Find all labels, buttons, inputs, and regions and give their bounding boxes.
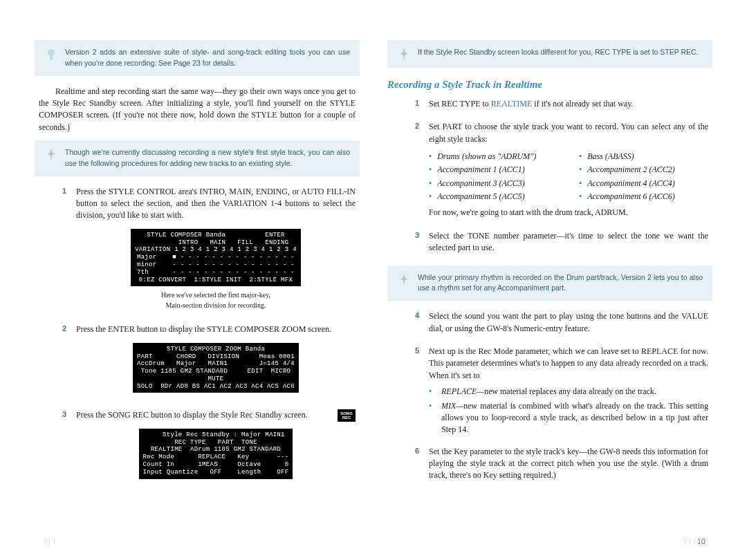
step-number: 6	[391, 446, 419, 486]
step-text: Press the STYLE CONTROL area's INTRO, MA…	[76, 186, 356, 222]
bullet-icon: •	[429, 386, 436, 398]
bullet-icon: •	[429, 191, 432, 203]
tip-box-rectype: If the Style Rec Standby screen looks di…	[387, 40, 712, 68]
tip-text: Though we're currently discussing record…	[65, 147, 350, 169]
page: Version 2 adds an extensive suite of sty…	[0, 0, 747, 510]
bullet-icon: •	[579, 178, 582, 189]
step-text: Press the ENTER button to display the ST…	[76, 324, 356, 335]
bullet-icon: •	[579, 191, 582, 203]
right-steps-cont: 4 Select the sound you want the part to …	[387, 310, 712, 486]
mix-label: MIX—	[441, 401, 463, 411]
step-1: 1 Press the STYLE CONTROL area's INTRO, …	[39, 186, 356, 317]
svg-rect-1	[50, 56, 53, 59]
r-step-2: 2 Set PART to choose the style track you…	[391, 121, 708, 223]
page-footer: 10	[0, 536, 747, 548]
pin-icon	[397, 272, 411, 286]
lcd-caption-line2: Main-section division for recording.	[76, 301, 356, 310]
bullet-icon: •	[429, 400, 436, 436]
step-number: 2	[39, 324, 66, 402]
step-number: 5	[391, 346, 419, 439]
r-step-1: 1 Set REC TYPE to REALTIME if it's not a…	[391, 98, 708, 114]
step-number: 2	[391, 121, 419, 223]
tip-box-existing-style: Though we're currently discussing record…	[35, 140, 360, 176]
intro-paragraph: Realtime and step recording start the sa…	[35, 86, 360, 134]
rec-mode-options: •REPLACE—new material replaces any data …	[429, 386, 708, 436]
bullet-icon: •	[429, 178, 432, 189]
right-steps: 1 Set REC TYPE to REALTIME if it's not a…	[387, 98, 712, 259]
pin-icon	[44, 147, 58, 161]
step-number: 4	[391, 310, 419, 339]
r-step-6: 6 Set the Key parameter to the style tra…	[391, 446, 708, 486]
step-2: 2 Press the ENTER button to display the …	[39, 324, 356, 402]
bullet-icon: •	[429, 151, 432, 162]
step-text: Press the SONG REC button to display the…	[76, 409, 356, 421]
step-number: 3	[391, 230, 419, 259]
step-text: Set REC TYPE to REALTIME if it's not alr…	[429, 98, 708, 110]
replace-label: REPLACE—	[441, 386, 484, 396]
page-number: 10	[682, 536, 706, 548]
lightbulb-icon	[44, 47, 58, 62]
step-text: For now, we're going to start with the d…	[429, 207, 708, 218]
r-step-4: 4 Select the sound you want the part to …	[391, 310, 708, 339]
track-options: •Drums (shown as "ADRUM") •Accompaniment…	[429, 149, 708, 205]
svg-point-0	[48, 49, 55, 56]
tip-box-version2: Version 2 adds an extensive suite of sty…	[35, 40, 360, 76]
step-text: Set the Key parameter to the style track…	[429, 446, 708, 482]
step-text: Next up is the Rec Mode parameter, which…	[429, 346, 708, 382]
lcd-style-rec-standby: Style Rec Standby : Major MAIN1 REC TYPE…	[139, 429, 293, 479]
step-text: Set PART to choose the style track you w…	[429, 121, 708, 145]
tip-text: While your primary rhythm is recorded on…	[418, 272, 703, 295]
step-text: Select the sound you want the part to pl…	[429, 310, 708, 335]
lcd-style-composer: STYLE COMPOSER Banda ENTER INTRO MAIN FI…	[131, 229, 301, 287]
bullet-icon: •	[579, 164, 582, 176]
bullet-icon: •	[579, 151, 582, 162]
lcd-caption-line1: Here we've selected the first major-key,	[76, 290, 356, 299]
left-column: Version 2 adds an extensive suite of sty…	[35, 35, 360, 496]
realtime-link[interactable]: REALTIME	[491, 99, 533, 109]
song-rec-button-icon: SONG REC	[338, 409, 356, 422]
r-step-3: 3 Select the TONE number parameter—it's …	[391, 230, 708, 259]
step-text: Select the TONE number parameter—it's ti…	[429, 230, 708, 254]
right-column: If the Style Rec Standby screen looks di…	[387, 35, 712, 496]
tip-text: If the Style Rec Standby screen looks di…	[418, 47, 699, 58]
step-3: 3 SONG REC Press the SONG REC button to …	[39, 409, 356, 488]
step-number: 1	[39, 186, 66, 317]
pin-icon	[397, 47, 411, 61]
left-steps: 1 Press the STYLE CONTROL area's INTRO, …	[35, 186, 360, 489]
bullet-icon: •	[429, 164, 432, 176]
section-heading: Recording a Style Track in Realtime	[387, 77, 712, 93]
lcd-style-composer-zoom: STYLE COMPOSER ZOOM Banda PART CHORD DIV…	[133, 343, 299, 393]
tip-box-rhythmset: While your primary rhythm is recorded on…	[387, 265, 712, 301]
r-step-5: 5 Next up is the Rec Mode parameter, whi…	[391, 346, 708, 439]
step-number: 3	[39, 409, 66, 488]
step-number: 1	[391, 98, 419, 114]
footer-dots-left	[42, 536, 56, 548]
tip-text: Version 2 adds an extensive suite of sty…	[65, 47, 350, 69]
